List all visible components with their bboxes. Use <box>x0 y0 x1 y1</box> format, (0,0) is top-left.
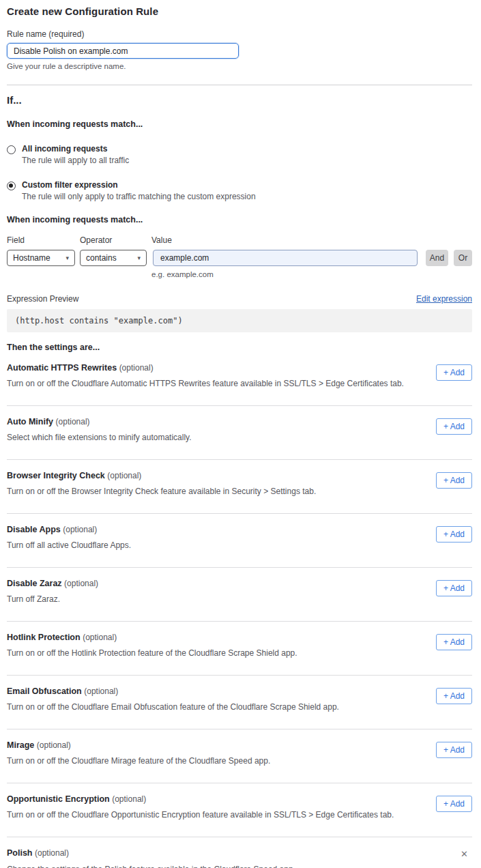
operator-select[interactable]: contains ▾ <box>80 250 147 266</box>
setting-row-polish-expanded: Polish (optional) ✕ Change the settings … <box>7 837 472 868</box>
setting-description: Select which file extensions to minify a… <box>7 433 192 442</box>
value-help: e.g. example.com <box>151 270 472 278</box>
setting-description: Turn off all active Cloudflare Apps. <box>7 540 131 550</box>
field-label: Field <box>7 235 80 245</box>
add-button-automatic-https-rewrites[interactable]: + Add <box>436 364 472 381</box>
setting-title: Opportunistic Encryption (optional) <box>7 794 394 804</box>
setting-row-email-obfuscation: Email Obfuscation (optional) Turn on or … <box>7 676 472 729</box>
configuration-rule-form: Create new Configuration Rule Rule name … <box>0 0 481 868</box>
setting-description: Turn on or off the Browser Integrity Che… <box>7 487 316 496</box>
match-heading: When incoming requests match... <box>7 119 472 129</box>
setting-row-hotlink-protection: Hotlink Protection (optional) Turn on or… <box>7 622 472 676</box>
setting-description: Change the settings of the Polish featur… <box>7 865 472 868</box>
and-button[interactable]: And <box>426 250 448 266</box>
radio-all-incoming-desc: The rule will apply to all traffic <box>22 156 129 165</box>
setting-row-disable-apps: Disable Apps (optional) Turn off all act… <box>7 514 472 568</box>
setting-row-auto-minify: Auto Minify (optional) Select which file… <box>7 406 472 460</box>
setting-row-browser-integrity-check: Browser Integrity Check (optional) Turn … <box>7 460 472 514</box>
field-select[interactable]: Hostname ▾ <box>7 250 75 266</box>
add-button-email-obfuscation[interactable]: + Add <box>436 688 472 704</box>
optional-label: (optional) <box>35 848 69 858</box>
setting-description: Turn on or off the Cloudflare Opportunis… <box>7 810 394 820</box>
expression-preview-code: (http.host contains "example.com") <box>7 309 472 332</box>
setting-title: Email Obfuscation (optional) <box>7 686 339 696</box>
setting-title: Hotlink Protection (optional) <box>7 633 297 642</box>
operator-select-value: contains <box>86 253 117 263</box>
setting-title: Polish (optional) <box>7 848 69 858</box>
setting-description: Turn on or off the Cloudflare Mirage fea… <box>7 756 270 766</box>
radio-custom-filter-desc: The rule will only apply to traffic matc… <box>22 192 256 201</box>
rule-name-input[interactable] <box>7 43 239 59</box>
chevron-down-icon: ▾ <box>65 255 69 261</box>
radio-all-incoming-label: All incoming requests <box>22 144 129 154</box>
expression-preview-label: Expression Preview <box>7 294 78 304</box>
add-button-opportunistic-encryption[interactable]: + Add <box>436 796 472 812</box>
setting-title: Auto Minify (optional) <box>7 417 192 426</box>
optional-label: (optional) <box>37 740 71 750</box>
optional-label: (optional) <box>56 417 90 426</box>
if-heading: If... <box>7 94 472 106</box>
radio-custom-filter-icon[interactable] <box>7 182 16 190</box>
optional-label: (optional) <box>107 471 141 480</box>
setting-description: Turn on or off the Cloudflare Email Obfu… <box>7 702 339 712</box>
operator-label: Operator <box>80 235 151 245</box>
setting-row-automatic-https-rewrites: Automatic HTTPS Rewrites (optional) Turn… <box>7 352 472 406</box>
or-button[interactable]: Or <box>454 250 472 266</box>
page-title: Create new Configuration Rule <box>7 5 472 17</box>
setting-title: Automatic HTTPS Rewrites (optional) <box>7 363 404 373</box>
value-label: Value <box>151 235 172 245</box>
optional-label: (optional) <box>83 633 117 642</box>
setting-row-disable-zaraz: Disable Zaraz (optional) Turn off Zaraz.… <box>7 568 472 622</box>
field-select-value: Hostname <box>13 253 50 263</box>
optional-label: (optional) <box>112 794 146 804</box>
close-icon[interactable]: ✕ <box>461 850 468 858</box>
builder-heading: When incoming requests match... <box>7 215 472 225</box>
optional-label: (optional) <box>64 579 98 588</box>
setting-row-mirage: Mirage (optional) Turn on or off the Clo… <box>7 729 472 783</box>
radio-all-incoming-icon[interactable] <box>7 145 16 154</box>
expression-builder: Field Operator Value Hostname ▾ contains… <box>7 235 472 278</box>
optional-label: (optional) <box>63 525 97 534</box>
then-heading: Then the settings are... <box>7 343 472 352</box>
optional-label: (optional) <box>84 686 118 696</box>
option-all-incoming-requests[interactable]: All incoming requests The rule will appl… <box>7 144 472 165</box>
rule-name-label: Rule name (required) <box>7 29 472 39</box>
edit-expression-link[interactable]: Edit expression <box>416 294 472 304</box>
add-button-hotlink-protection[interactable]: + Add <box>436 634 472 650</box>
add-button-mirage[interactable]: + Add <box>436 742 472 758</box>
chevron-down-icon: ▾ <box>137 255 141 261</box>
divider <box>7 85 472 85</box>
radio-custom-filter-label: Custom filter expression <box>22 180 256 190</box>
setting-description: Turn on or off the Hotlink Protection fe… <box>7 648 297 658</box>
setting-description: Turn on or off the Cloudflare Automatic … <box>7 379 404 388</box>
add-button-disable-apps[interactable]: + Add <box>436 526 472 542</box>
add-button-disable-zaraz[interactable]: + Add <box>436 580 472 596</box>
option-custom-filter-expression[interactable]: Custom filter expression The rule will o… <box>7 180 472 201</box>
setting-title: Disable Zaraz (optional) <box>7 579 98 588</box>
add-button-browser-integrity-check[interactable]: + Add <box>436 472 472 489</box>
optional-label: (optional) <box>119 363 154 373</box>
setting-title: Browser Integrity Check (optional) <box>7 471 316 480</box>
setting-description: Turn off Zaraz. <box>7 594 98 604</box>
rule-name-help: Give your rule a descriptive name. <box>7 62 472 70</box>
setting-title: Mirage (optional) <box>7 740 270 750</box>
value-input[interactable] <box>153 250 418 266</box>
setting-row-opportunistic-encryption: Opportunistic Encryption (optional) Turn… <box>7 783 472 837</box>
setting-title: Disable Apps (optional) <box>7 525 131 534</box>
add-button-auto-minify[interactable]: + Add <box>436 418 472 435</box>
